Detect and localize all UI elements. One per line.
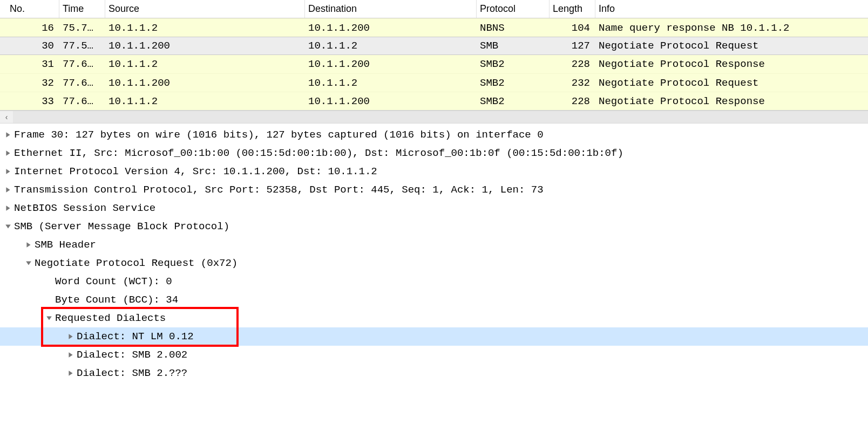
colhdr-info[interactable]: Info — [595, 0, 868, 18]
svg-marker-9 — [69, 334, 72, 339]
cell-source: 10.1.1.200 — [105, 77, 305, 89]
cell-destination: 10.1.1.200 — [305, 95, 477, 107]
svg-marker-8 — [46, 316, 52, 320]
caret-right-icon[interactable] — [2, 150, 14, 156]
colhdr-protocol[interactable]: Protocol — [477, 0, 550, 18]
cell-source: 10.1.1.2 — [105, 95, 305, 107]
tree-row[interactable]: Word Count (WCT): 0 — [0, 272, 868, 291]
tree-label: Byte Count (BCC): 34 — [55, 291, 178, 309]
tree-label: Internet Protocol Version 4, Src: 10.1.1… — [14, 162, 377, 181]
cell-length: 104 — [550, 22, 595, 34]
tree-row[interactable]: Ethernet II, Src: Microsof_00:1b:00 (00:… — [0, 144, 868, 162]
tree-row[interactable]: Dialect: NT LM 0.12 — [0, 327, 868, 346]
packet-row[interactable]: 3277.6…10.1.1.20010.1.1.2SMB2232Negotiat… — [0, 73, 868, 92]
tree-row[interactable]: NetBIOS Session Service — [0, 199, 868, 217]
caret-down-icon[interactable] — [43, 315, 55, 321]
svg-marker-11 — [69, 371, 72, 376]
cell-protocol: SMB — [477, 40, 550, 52]
colhdr-no[interactable]: No. — [0, 0, 59, 18]
tree-label: Dialect: NT LM 0.12 — [77, 327, 194, 346]
cell-time: 77.6… — [59, 95, 105, 107]
tree-row[interactable]: Internet Protocol Version 4, Src: 10.1.1… — [0, 162, 868, 181]
scroll-track[interactable] — [13, 111, 868, 123]
packet-row[interactable]: 3177.6…10.1.1.210.1.1.200SMB2228Negotiat… — [0, 55, 868, 73]
cell-info: Negotiate Protocol Response — [595, 58, 868, 70]
cell-time: 77.5… — [59, 40, 105, 52]
caret-down-icon[interactable] — [23, 260, 35, 266]
caret-down-icon[interactable] — [2, 223, 14, 230]
tree-label: Transmission Control Protocol, Src Port:… — [14, 181, 544, 199]
cell-info: Negotiate Protocol Response — [595, 95, 868, 107]
caret-right-icon[interactable] — [2, 187, 14, 193]
cell-source: 10.1.1.200 — [105, 40, 305, 52]
caret-right-icon[interactable] — [65, 352, 77, 358]
svg-marker-6 — [26, 242, 30, 248]
tree-row[interactable]: Dialect: SMB 2.002 — [0, 346, 868, 364]
cell-destination: 10.1.1.2 — [305, 40, 477, 52]
colhdr-time[interactable]: Time — [59, 0, 105, 18]
cell-info: Name query response NB 10.1.1.2 — [595, 22, 868, 34]
cell-info: Negotiate Protocol Request — [595, 40, 868, 52]
colhdr-source[interactable]: Source — [105, 0, 305, 18]
caret-right-icon[interactable] — [23, 242, 35, 248]
tree-label: Ethernet II, Src: Microsof_00:1b:00 (00:… — [14, 144, 623, 162]
cell-destination: 10.1.1.200 — [305, 58, 477, 70]
cell-no: 16 — [0, 22, 59, 34]
tree-row[interactable]: Dialect: SMB 2.??? — [0, 364, 868, 382]
tree-label: Frame 30: 127 bytes on wire (1016 bits),… — [14, 126, 544, 144]
cell-no: 33 — [0, 95, 59, 107]
tree-label: Dialect: SMB 2.??? — [77, 364, 187, 382]
scroll-left-icon[interactable]: ‹ — [0, 111, 13, 124]
cell-length: 232 — [550, 77, 595, 89]
tree-row[interactable]: SMB (Server Message Block Protocol) — [0, 217, 868, 236]
svg-marker-2 — [6, 169, 10, 174]
cell-time: 77.6… — [59, 58, 105, 70]
cell-no: 31 — [0, 58, 59, 70]
tree-row[interactable]: Transmission Control Protocol, Src Port:… — [0, 181, 868, 199]
cell-length: 228 — [550, 95, 595, 107]
packet-row[interactable]: 3077.5…10.1.1.20010.1.1.2SMB127Negotiate… — [0, 37, 868, 55]
packet-list: No. Time Source Destination Protocol Len… — [0, 0, 868, 111]
cell-info: Negotiate Protocol Request — [595, 77, 868, 89]
caret-right-icon[interactable] — [2, 132, 14, 138]
cell-protocol: NBNS — [477, 22, 550, 34]
tree-label: Word Count (WCT): 0 — [55, 272, 172, 291]
packet-row[interactable]: 3377.6…10.1.1.210.1.1.200SMB2228Negotiat… — [0, 92, 868, 110]
colhdr-destination[interactable]: Destination — [305, 0, 477, 18]
tree-row[interactable]: Requested Dialects — [0, 309, 868, 327]
svg-marker-1 — [6, 150, 10, 156]
cell-destination: 10.1.1.2 — [305, 77, 477, 89]
tree-row[interactable]: Frame 30: 127 bytes on wire (1016 bits),… — [0, 126, 868, 144]
caret-right-icon[interactable] — [2, 205, 14, 211]
tree-label: Requested Dialects — [55, 309, 166, 327]
svg-marker-7 — [26, 261, 31, 265]
colhdr-length[interactable]: Length — [550, 0, 595, 18]
svg-marker-5 — [5, 224, 11, 228]
cell-protocol: SMB2 — [477, 58, 550, 70]
svg-marker-0 — [6, 132, 10, 138]
cell-protocol: SMB2 — [477, 77, 550, 89]
cell-no: 32 — [0, 77, 59, 89]
tree-label: NetBIOS Session Service — [14, 199, 155, 217]
tree-label: SMB (Server Message Block Protocol) — [14, 217, 229, 236]
cell-destination: 10.1.1.200 — [305, 22, 477, 34]
tree-row[interactable]: Byte Count (BCC): 34 — [0, 291, 868, 309]
packet-details-panel: Frame 30: 127 bytes on wire (1016 bits),… — [0, 124, 868, 385]
cell-protocol: SMB2 — [477, 95, 550, 107]
caret-right-icon[interactable] — [65, 333, 77, 340]
cell-time: 77.6… — [59, 77, 105, 89]
caret-right-icon[interactable] — [65, 370, 77, 376]
svg-marker-3 — [6, 187, 10, 193]
packet-list-header: No. Time Source Destination Protocol Len… — [0, 0, 868, 18]
tree-label: Dialect: SMB 2.002 — [77, 346, 187, 364]
packet-row[interactable]: 1675.7…10.1.1.210.1.1.200NBNS104Name que… — [0, 18, 868, 37]
packet-list-hscrollbar[interactable]: ‹ — [0, 111, 868, 124]
cell-source: 10.1.1.2 — [105, 58, 305, 70]
tree-row[interactable]: SMB Header — [0, 236, 868, 254]
caret-right-icon[interactable] — [2, 168, 14, 175]
svg-marker-4 — [6, 205, 10, 211]
svg-marker-10 — [69, 352, 72, 358]
cell-source: 10.1.1.2 — [105, 22, 305, 34]
cell-no: 30 — [0, 40, 59, 52]
tree-row[interactable]: Negotiate Protocol Request (0x72) — [0, 254, 868, 272]
